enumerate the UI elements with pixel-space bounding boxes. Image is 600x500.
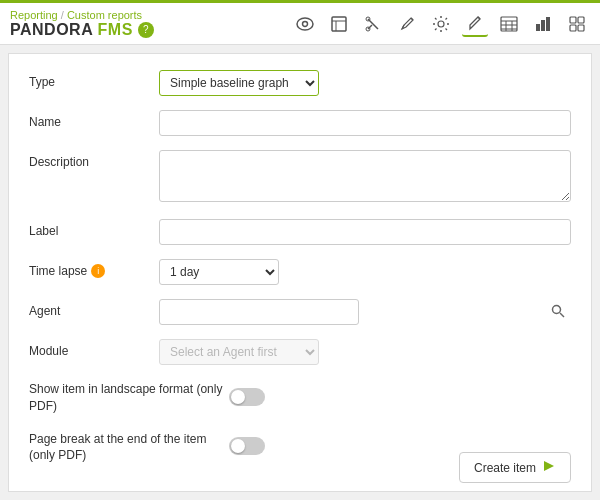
- name-row: Name: [29, 110, 571, 136]
- type-label: Type: [29, 70, 159, 89]
- help-icon[interactable]: ?: [138, 22, 154, 38]
- list-table-icon[interactable]: [496, 11, 522, 37]
- description-field: [159, 150, 571, 205]
- svg-point-34: [553, 305, 561, 313]
- landscape-row: Show item in landscape format (only PDF): [29, 379, 571, 415]
- svg-rect-30: [570, 17, 576, 23]
- svg-rect-32: [570, 25, 576, 31]
- svg-marker-36: [544, 461, 554, 471]
- toolbar-icons: [292, 11, 590, 37]
- fms-text: FMS: [93, 21, 133, 38]
- timelapse-select[interactable]: 1 day 1 week 1 month: [159, 259, 279, 285]
- grid-icon[interactable]: [564, 11, 590, 37]
- top-bar-left: Reporting / Custom reports PANDORA FMS ?: [10, 9, 154, 39]
- svg-line-9: [411, 18, 413, 20]
- breadcrumb: Reporting / Custom reports: [10, 9, 154, 21]
- svg-point-19: [438, 21, 444, 27]
- agent-input-wrap: [159, 299, 571, 325]
- bar-chart-icon[interactable]: [530, 11, 556, 37]
- svg-rect-28: [541, 20, 545, 31]
- view-icon[interactable]: [292, 11, 318, 37]
- name-input[interactable]: [159, 110, 571, 136]
- landscape-toggle-knob: [231, 390, 245, 404]
- type-field: Simple baseline graph Simple graph Custo…: [159, 70, 571, 96]
- label-field: [159, 219, 571, 245]
- module-select[interactable]: Select an Agent first: [159, 339, 319, 365]
- pencil-icon[interactable]: [394, 11, 420, 37]
- svg-rect-29: [546, 17, 550, 31]
- module-row: Module Select an Agent first: [29, 339, 571, 365]
- type-select[interactable]: Simple baseline graph Simple graph Custo…: [159, 70, 319, 96]
- agent-search-icon[interactable]: [551, 304, 565, 321]
- label-row: Label: [29, 219, 571, 245]
- type-row: Type Simple baseline graph Simple graph …: [29, 70, 571, 96]
- landscape-toggle-wrap: [229, 388, 571, 406]
- svg-rect-27: [536, 24, 540, 31]
- timelapse-row: Time lapse i 1 day 1 week 1 month: [29, 259, 571, 285]
- pagebreak-label: Page break at the end of the item (only …: [29, 429, 229, 465]
- main-content: Type Simple baseline graph Simple graph …: [8, 53, 592, 492]
- description-label: Description: [29, 150, 159, 169]
- top-bar: Reporting / Custom reports PANDORA FMS ?: [0, 3, 600, 45]
- description-row: Description: [29, 150, 571, 205]
- label-label: Label: [29, 219, 159, 238]
- create-item-button[interactable]: Create item: [459, 452, 571, 483]
- name-field: [159, 110, 571, 136]
- svg-line-17: [446, 18, 448, 20]
- module-field: Select an Agent first: [159, 339, 571, 365]
- agent-input[interactable]: [159, 299, 359, 325]
- app-title-text: PANDORA FMS: [10, 21, 133, 39]
- agent-label: Agent: [29, 299, 159, 318]
- create-item-label: Create item: [474, 461, 536, 475]
- scissors-icon[interactable]: [360, 11, 386, 37]
- pagebreak-toggle[interactable]: [229, 437, 265, 455]
- svg-rect-31: [578, 17, 584, 23]
- svg-line-20: [478, 17, 480, 19]
- agent-row: Agent: [29, 299, 571, 325]
- module-label: Module: [29, 339, 159, 358]
- svg-point-1: [303, 21, 308, 26]
- svg-rect-2: [332, 17, 346, 31]
- edit-box-icon[interactable]: [326, 11, 352, 37]
- wand-icon[interactable]: [428, 11, 454, 37]
- active-pen-icon[interactable]: [462, 11, 488, 37]
- app-title: PANDORA FMS ?: [10, 21, 154, 39]
- svg-line-35: [560, 313, 564, 317]
- timelapse-field: 1 day 1 week 1 month: [159, 259, 571, 285]
- svg-line-15: [435, 18, 437, 20]
- timelapse-label: Time lapse i: [29, 259, 159, 278]
- svg-line-18: [435, 28, 437, 30]
- agent-field: [159, 299, 571, 325]
- svg-point-0: [297, 18, 313, 30]
- breadcrumb-part1[interactable]: Reporting: [10, 9, 58, 21]
- svg-rect-33: [578, 25, 584, 31]
- breadcrumb-part2[interactable]: Custom reports: [67, 9, 142, 21]
- timelapse-info-icon[interactable]: i: [91, 264, 105, 278]
- pandora-text: PANDORA: [10, 21, 93, 38]
- bottom-bar: Create item: [459, 452, 571, 483]
- landscape-label: Show item in landscape format (only PDF): [29, 379, 229, 415]
- landscape-toggle[interactable]: [229, 388, 265, 406]
- create-item-icon: [542, 459, 556, 476]
- name-label: Name: [29, 110, 159, 129]
- pagebreak-toggle-knob: [231, 439, 245, 453]
- svg-line-16: [446, 28, 448, 30]
- description-textarea[interactable]: [159, 150, 571, 202]
- label-input[interactable]: [159, 219, 571, 245]
